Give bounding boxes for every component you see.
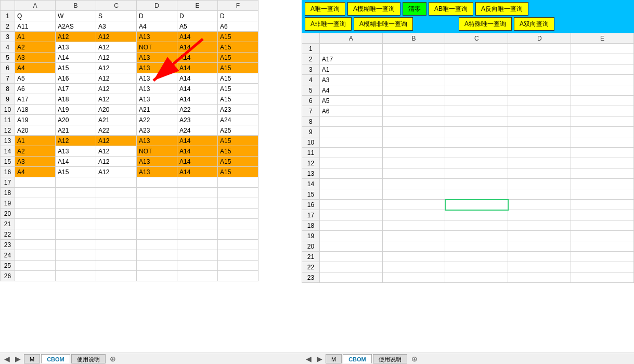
right-table-cell[interactable]: [319, 148, 382, 158]
right-table-cell[interactable]: [445, 75, 508, 85]
right-table-cell[interactable]: [571, 116, 634, 127]
table-cell[interactable]: A14: [177, 63, 218, 73]
table-cell[interactable]: [137, 198, 177, 209]
right-table-cell[interactable]: [445, 85, 508, 96]
right-table-cell[interactable]: [319, 231, 382, 241]
table-cell[interactable]: NOT: [137, 42, 177, 53]
table-cell[interactable]: A14: [56, 53, 96, 63]
table-cell[interactable]: NOT: [137, 146, 177, 157]
table-cell[interactable]: A20: [15, 125, 56, 136]
right-table-cell[interactable]: [382, 200, 445, 210]
query-button-0[interactable]: A唯一查询: [305, 2, 345, 16]
right-table-cell[interactable]: [571, 189, 634, 200]
table-cell[interactable]: [177, 261, 218, 271]
table-cell[interactable]: [96, 219, 137, 229]
table-cell[interactable]: W: [56, 11, 96, 21]
table-cell[interactable]: A2: [15, 146, 56, 157]
right-table-cell[interactable]: [382, 252, 445, 262]
table-cell[interactable]: A12: [96, 146, 137, 157]
table-cell[interactable]: [56, 229, 96, 240]
table-cell[interactable]: [177, 240, 218, 250]
right-table-cell[interactable]: [571, 252, 634, 262]
table-cell[interactable]: [96, 177, 137, 188]
query-button-r2-3[interactable]: A特殊唯一查询: [459, 17, 512, 31]
table-cell[interactable]: A12: [56, 32, 96, 42]
right-table-cell[interactable]: [382, 231, 445, 241]
table-cell[interactable]: [137, 229, 177, 240]
right-table-cell[interactable]: [382, 220, 445, 231]
table-cell[interactable]: [218, 261, 258, 271]
table-cell[interactable]: [137, 240, 177, 250]
table-cell[interactable]: A14: [177, 136, 218, 146]
table-cell[interactable]: A15: [218, 157, 258, 167]
table-cell[interactable]: A22: [137, 115, 177, 125]
table-cell[interactable]: [218, 240, 258, 250]
table-cell[interactable]: [96, 229, 137, 240]
right-table-cell[interactable]: [508, 231, 571, 241]
right-table-cell[interactable]: [445, 252, 508, 262]
table-cell[interactable]: A15: [56, 63, 96, 73]
left-tab-cbom[interactable]: CBOM: [41, 354, 70, 363]
table-cell[interactable]: A2: [15, 42, 56, 53]
left-tab-m[interactable]: M: [24, 354, 40, 363]
right-table-cell[interactable]: [382, 210, 445, 220]
table-cell[interactable]: A11: [15, 21, 56, 32]
table-cell[interactable]: [137, 177, 177, 188]
right-table-cell[interactable]: [445, 148, 508, 158]
table-cell[interactable]: A14: [177, 157, 218, 167]
table-cell[interactable]: [96, 209, 137, 219]
right-table-cell[interactable]: [319, 220, 382, 231]
right-table-cell[interactable]: [319, 158, 382, 168]
table-cell[interactable]: A15: [218, 42, 258, 53]
table-cell[interactable]: [56, 198, 96, 209]
right-table-cell[interactable]: [382, 85, 445, 96]
right-table-cell[interactable]: [508, 75, 571, 85]
table-cell[interactable]: A14: [177, 53, 218, 63]
table-cell[interactable]: A4: [15, 167, 56, 177]
right-table-cell[interactable]: [445, 137, 508, 148]
table-cell[interactable]: A12: [96, 94, 137, 105]
right-table-cell[interactable]: [319, 200, 382, 210]
right-table-cell[interactable]: [382, 168, 445, 179]
table-cell[interactable]: A13: [137, 53, 177, 63]
table-cell[interactable]: A13: [137, 167, 177, 177]
table-cell[interactable]: [56, 177, 96, 188]
right-tab-cbom[interactable]: CBOM: [343, 354, 372, 363]
right-table-cell[interactable]: [571, 200, 634, 210]
right-table-cell[interactable]: [382, 158, 445, 168]
right-table-cell[interactable]: A4: [319, 85, 382, 96]
right-table-cell[interactable]: [508, 158, 571, 168]
left-tab-usage[interactable]: 使用说明: [71, 354, 106, 363]
right-table-cell[interactable]: [508, 252, 571, 262]
table-cell[interactable]: A12: [96, 136, 137, 146]
right-tab-m[interactable]: M: [326, 354, 342, 363]
right-table-cell[interactable]: [508, 54, 571, 64]
right-table-cell[interactable]: [382, 106, 445, 116]
right-table-cell[interactable]: [319, 189, 382, 200]
table-cell[interactable]: A24: [177, 125, 218, 136]
right-table-cell[interactable]: [508, 127, 571, 137]
right-table-cell[interactable]: A17: [319, 54, 382, 64]
right-table-cell[interactable]: [508, 272, 571, 283]
table-cell[interactable]: [137, 209, 177, 219]
right-table-cell[interactable]: [445, 54, 508, 64]
table-cell[interactable]: [177, 229, 218, 240]
right-table-cell[interactable]: [319, 137, 382, 148]
right-table-cell[interactable]: [571, 54, 634, 64]
right-table-cell[interactable]: [445, 179, 508, 189]
table-cell[interactable]: A13: [137, 84, 177, 94]
right-add-sheet-button[interactable]: ⊕: [408, 355, 421, 363]
query-button-2[interactable]: 清零: [403, 2, 426, 16]
table-cell[interactable]: [177, 250, 218, 261]
right-table-cell[interactable]: [571, 168, 634, 179]
right-table-cell[interactable]: [571, 262, 634, 272]
right-table-cell[interactable]: [571, 220, 634, 231]
query-button-1[interactable]: A模糊唯一查询: [347, 2, 400, 16]
table-cell[interactable]: A23: [137, 125, 177, 136]
table-cell[interactable]: [15, 229, 56, 240]
right-table-cell[interactable]: [382, 127, 445, 137]
right-table-cell[interactable]: [445, 189, 508, 200]
right-table-cell[interactable]: [508, 85, 571, 96]
table-cell[interactable]: [137, 261, 177, 271]
table-cell[interactable]: A21: [96, 115, 137, 125]
